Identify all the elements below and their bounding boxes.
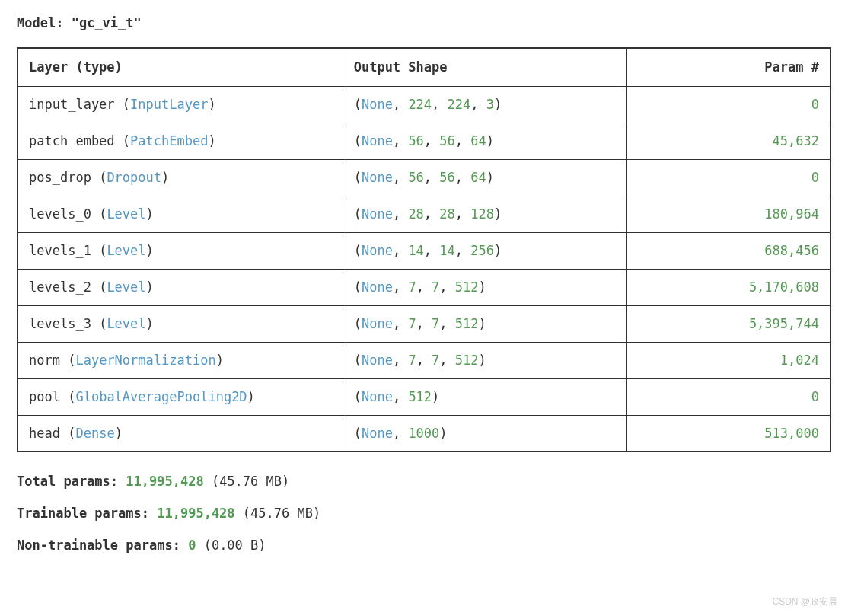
nontrainable-params-size: (0.00 B): [196, 538, 266, 553]
layer-name: norm: [29, 353, 60, 368]
layer-type: Level: [107, 316, 145, 331]
param-count: 0: [811, 97, 819, 112]
layer-cell: levels_3 (Level): [18, 305, 343, 342]
layer-name: levels_0: [29, 206, 91, 222]
shape-dim: 7: [432, 316, 439, 331]
trainable-params-value: 11,995,428: [157, 506, 234, 521]
total-params-value: 11,995,428: [126, 474, 203, 489]
layer-name: pool: [29, 389, 60, 404]
shape-dim: 56: [408, 170, 423, 185]
param-cell: 180,964: [627, 196, 830, 232]
shape-cell: (None, 56, 56, 64): [343, 123, 627, 159]
layer-type: PatchEmbed: [130, 133, 208, 148]
param-count: 45,632: [773, 133, 819, 148]
layer-cell: input_layer (InputLayer): [18, 86, 343, 123]
nontrainable-params-line: Non-trainable params: 0 (0.00 B): [17, 538, 831, 553]
layer-type: Level: [107, 279, 145, 295]
shape-cell: (None, 28, 28, 128): [343, 196, 627, 232]
shape-cell: (None, 7, 7, 512): [343, 269, 627, 305]
param-cell: 0: [627, 378, 830, 415]
shape-dim: 64: [470, 170, 486, 185]
shape-dim: 64: [470, 133, 486, 148]
layer-type: GlobalAveragePooling2D: [75, 389, 247, 404]
table-row: levels_0 (Level)(None, 28, 28, 128)180,9…: [18, 196, 830, 232]
table-row: levels_2 (Level)(None, 7, 7, 512)5,170,6…: [18, 269, 830, 305]
none-keyword: None: [362, 279, 393, 295]
shape-dim: 7: [408, 316, 416, 331]
nontrainable-params-label: Non-trainable params:: [17, 538, 188, 553]
param-count: 0: [811, 389, 819, 404]
shape-dim: 3: [486, 97, 494, 112]
shape-dim: 224: [408, 97, 432, 112]
shape-dim: 1000: [408, 426, 439, 441]
shape-cell: (None, 224, 224, 3): [343, 86, 627, 123]
model-summary-table: Layer (type) Output Shape Param # input_…: [17, 47, 831, 452]
none-keyword: None: [362, 170, 393, 185]
layer-type: Dense: [75, 426, 114, 441]
none-keyword: None: [362, 243, 393, 258]
layer-name: levels_2: [29, 279, 91, 295]
params-summary: Total params: 11,995,428 (45.76 MB) Trai…: [17, 474, 831, 553]
layer-name: head: [29, 426, 60, 441]
total-params-line: Total params: 11,995,428 (45.76 MB): [17, 474, 831, 489]
layer-name: pos_drop: [29, 170, 91, 185]
trainable-params-size: (45.76 MB): [235, 506, 321, 521]
param-cell: 5,170,608: [627, 269, 830, 305]
layer-name: levels_3: [29, 316, 91, 331]
shape-dim: 512: [455, 316, 479, 331]
shape-dim: 7: [408, 353, 416, 368]
none-keyword: None: [362, 389, 393, 404]
nontrainable-params-value: 0: [188, 538, 196, 553]
param-cell: 1,024: [627, 342, 830, 378]
table-row: patch_embed (PatchEmbed)(None, 56, 56, 6…: [18, 123, 830, 159]
total-params-label: Total params:: [17, 474, 126, 489]
shape-dim: 7: [408, 279, 416, 295]
shape-dim: 28: [439, 206, 454, 222]
layer-cell: pool (GlobalAveragePooling2D): [18, 378, 343, 415]
none-keyword: None: [362, 353, 393, 368]
table-header-row: Layer (type) Output Shape Param #: [18, 48, 830, 86]
param-cell: 0: [627, 159, 830, 196]
model-header: Model: "gc_vi_t": [17, 15, 831, 30]
param-count: 180,964: [764, 206, 819, 222]
shape-dim: 56: [408, 133, 423, 148]
shape-cell: (None, 7, 7, 512): [343, 305, 627, 342]
table-row: input_layer (InputLayer)(None, 224, 224,…: [18, 86, 830, 123]
param-cell: 513,000: [627, 415, 830, 452]
param-count: 688,456: [764, 243, 819, 258]
layer-type: LayerNormalization: [75, 353, 215, 368]
param-count: 5,395,744: [749, 316, 819, 331]
param-cell: 688,456: [627, 232, 830, 269]
layer-type: Level: [107, 206, 145, 222]
shape-cell: (None, 1000): [343, 415, 627, 452]
shape-dim: 128: [470, 206, 494, 222]
layer-cell: pos_drop (Dropout): [18, 159, 343, 196]
shape-dim: 7: [432, 279, 439, 295]
param-count: 5,170,608: [749, 279, 819, 295]
shape-cell: (None, 56, 56, 64): [343, 159, 627, 196]
none-keyword: None: [362, 426, 393, 441]
shape-dim: 7: [432, 353, 439, 368]
none-keyword: None: [362, 206, 393, 222]
param-cell: 0: [627, 86, 830, 123]
layer-cell: norm (LayerNormalization): [18, 342, 343, 378]
layer-cell: patch_embed (PatchEmbed): [18, 123, 343, 159]
layer-cell: levels_1 (Level): [18, 232, 343, 269]
shape-dim: 14: [408, 243, 423, 258]
table-row: norm (LayerNormalization)(None, 7, 7, 51…: [18, 342, 830, 378]
model-name: "gc_vi_t": [72, 15, 142, 30]
shape-dim: 14: [439, 243, 454, 258]
param-cell: 45,632: [627, 123, 830, 159]
shape-dim: 512: [455, 353, 479, 368]
table-row: pool (GlobalAveragePooling2D)(None, 512)…: [18, 378, 830, 415]
shape-dim: 56: [439, 170, 454, 185]
trainable-params-label: Trainable params:: [17, 506, 157, 521]
layer-name: input_layer: [29, 97, 115, 112]
layer-type: Dropout: [107, 170, 161, 185]
none-keyword: None: [362, 316, 393, 331]
layer-type: Level: [107, 243, 145, 258]
trainable-params-line: Trainable params: 11,995,428 (45.76 MB): [17, 506, 831, 521]
none-keyword: None: [362, 133, 393, 148]
shape-dim: 224: [448, 97, 471, 112]
layer-type: InputLayer: [130, 97, 208, 112]
